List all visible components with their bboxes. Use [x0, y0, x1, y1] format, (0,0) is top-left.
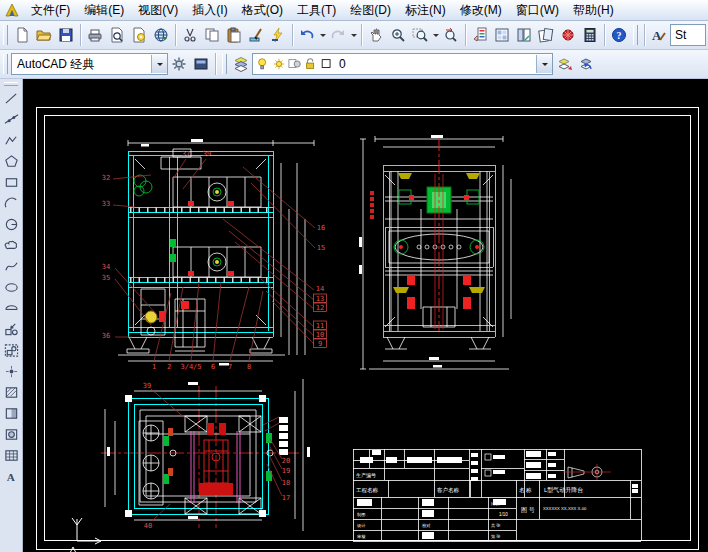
callout-2: 2 [167, 363, 171, 371]
help-icon: ? [611, 27, 627, 43]
pan-button[interactable] [365, 24, 387, 46]
copy-button[interactable] [201, 24, 223, 46]
point-button[interactable] [1, 361, 22, 382]
menu-item[interactable]: 帮助(H) [566, 0, 621, 21]
web-button[interactable] [150, 24, 172, 46]
toolbar-grip[interactable] [222, 54, 227, 74]
menu-item[interactable]: 插入(I) [185, 0, 234, 21]
menu-item[interactable]: 修改(M) [453, 0, 509, 21]
redo-button[interactable] [327, 24, 349, 46]
title-block-text-block [437, 457, 462, 463]
menu-item[interactable]: 工具(T) [290, 0, 343, 21]
title-block-text-block [471, 469, 478, 473]
workspace-caret[interactable] [151, 55, 167, 73]
open-file-button[interactable] [33, 24, 55, 46]
title-block-text-block [548, 452, 556, 456]
cut-icon [182, 27, 198, 43]
ellipse-arc-button[interactable] [1, 298, 22, 319]
plot-preview-button[interactable] [106, 24, 128, 46]
designcenter-button[interactable] [491, 24, 513, 46]
menu-item[interactable]: 格式(O) [235, 0, 290, 21]
zoom-previous-button[interactable] [440, 24, 462, 46]
match-properties-button[interactable] [245, 24, 267, 46]
markup-manager-button[interactable] [557, 24, 579, 46]
my-workspace-button[interactable] [190, 53, 212, 75]
toolbar-grip[interactable] [633, 25, 638, 45]
hatch-button[interactable] [1, 382, 22, 403]
toolbar-grip[interactable] [3, 54, 8, 74]
table-button[interactable] [1, 445, 22, 466]
callout-13: 13 [316, 295, 324, 303]
menu-item[interactable]: 编辑(E) [77, 0, 131, 21]
svg-text:A: A [6, 471, 15, 483]
title-block-label: 共 张 [491, 523, 501, 528]
construction-line-button[interactable] [1, 109, 22, 130]
layer-properties-button[interactable] [230, 53, 252, 75]
text-style-button[interactable]: A [648, 24, 670, 46]
help-button[interactable]: ? [608, 24, 630, 46]
save-button[interactable] [55, 24, 77, 46]
ellipse-button[interactable] [1, 277, 22, 298]
polygon-button[interactable] [1, 151, 22, 172]
region-icon [4, 427, 19, 442]
polyline-button[interactable] [1, 130, 22, 151]
menu-item[interactable]: 视图(V) [131, 0, 185, 21]
redo-dropdown[interactable] [349, 24, 358, 46]
insert-block-button[interactable] [1, 319, 22, 340]
layer-caret[interactable] [536, 55, 552, 73]
zoom-window-dropdown[interactable] [431, 24, 440, 46]
menu-item[interactable]: 窗口(W) [509, 0, 566, 21]
drawing-canvas[interactable]: 32333435363739161514131211109123/4/5678 [23, 79, 708, 552]
undo-dropdown[interactable] [318, 24, 327, 46]
properties-icon [472, 27, 488, 43]
title-block-label: 名 称 [519, 487, 532, 493]
toolbar-grip[interactable] [4, 82, 18, 86]
block-editor-button[interactable] [267, 24, 289, 46]
make-object-layer-current-button[interactable] [553, 53, 575, 75]
undo-icon [299, 27, 315, 43]
tool-palettes-button[interactable] [513, 24, 535, 46]
sheetset-manager-button[interactable] [535, 24, 557, 46]
quickcalc-button[interactable] [579, 24, 601, 46]
layer-previous-icon [578, 56, 594, 72]
undo-button[interactable] [296, 24, 318, 46]
callout-11: 11 [316, 322, 324, 330]
menu-item[interactable]: 绘图(D) [343, 0, 398, 21]
new-file-icon [14, 27, 30, 43]
layer-dropdown[interactable]: 0 [252, 53, 553, 75]
title-block-label: 1/10 [499, 512, 508, 517]
arc-icon [4, 196, 19, 211]
multiline-text-button[interactable]: A [1, 466, 22, 487]
make-block-button[interactable] [1, 340, 22, 361]
cut-button[interactable] [179, 24, 201, 46]
gradient-button[interactable] [1, 403, 22, 424]
workspace-dropdown[interactable]: AutoCAD 经典 [11, 53, 168, 75]
line-button[interactable] [1, 88, 22, 109]
layer-previous-button[interactable] [575, 53, 597, 75]
zoom-window-button[interactable] [409, 24, 431, 46]
zoom-realtime-button[interactable] [387, 24, 409, 46]
publish-button[interactable] [128, 24, 150, 46]
plot-button[interactable] [84, 24, 106, 46]
menu-item[interactable]: 标注(N) [398, 0, 453, 21]
title-block-label: 设计 [357, 523, 366, 528]
title-block-text-block [548, 474, 556, 478]
workspace-settings-icon [171, 56, 187, 72]
workspace-settings-button[interactable] [168, 53, 190, 75]
sheetset-manager-icon [538, 27, 554, 43]
arc-button[interactable] [1, 193, 22, 214]
toolbar-grip[interactable] [3, 25, 8, 45]
spline-button[interactable] [1, 256, 22, 277]
region-button[interactable] [1, 424, 22, 445]
new-file-button[interactable] [11, 24, 33, 46]
callout-19: 19 [282, 467, 290, 475]
menu-item[interactable]: 文件(F) [24, 0, 77, 21]
revision-cloud-button[interactable] [1, 235, 22, 256]
rectangle-button[interactable] [1, 172, 22, 193]
revision-cloud-icon [4, 238, 19, 253]
circle-button[interactable] [1, 214, 22, 235]
properties-button[interactable] [469, 24, 491, 46]
paste-button[interactable] [223, 24, 245, 46]
title-block-label: 客户名称 [437, 487, 460, 494]
text-style-field[interactable]: St [670, 24, 706, 46]
